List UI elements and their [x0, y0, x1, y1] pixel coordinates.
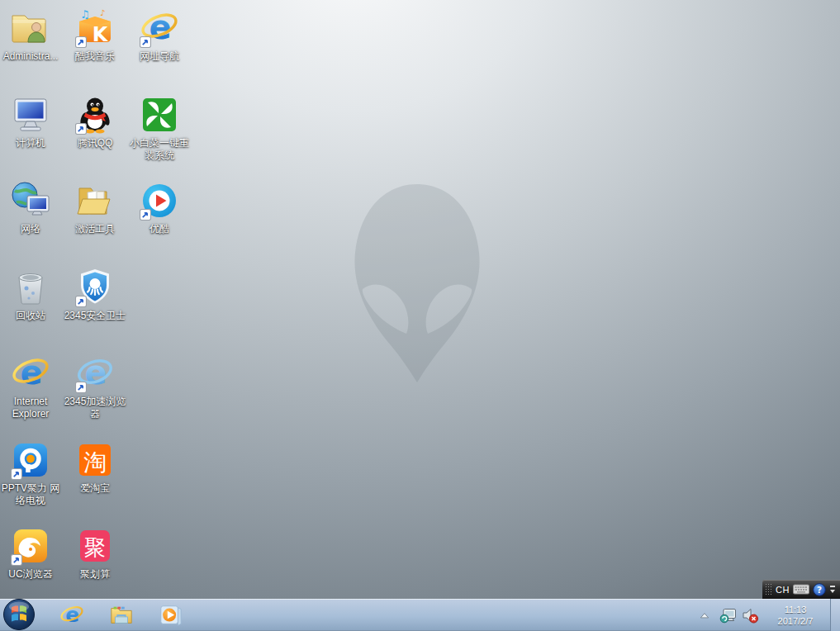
taskbar-button-windows-media-player[interactable] [146, 599, 196, 631]
desktop-icon-label: Internet Explorer [0, 396, 63, 420]
language-bar-grip-handle[interactable] [765, 583, 772, 596]
svg-text:♪: ♪ [100, 8, 105, 17]
tray-clock[interactable]: 11:13 2017/2/7 [765, 604, 826, 627]
desktop-icon-label: 计算机 [0, 137, 63, 149]
show-hidden-icons-button[interactable] [699, 610, 710, 620]
desktop: Administra...K♫♪酷我音乐e网址导航计算机腾讯QQ小白菜一键重装系… [0, 0, 840, 631]
desktop-icon-recycle-bin[interactable]: 回收站 [0, 268, 63, 322]
options-arrow-icon[interactable] [830, 590, 835, 593]
svg-text:♫: ♫ [80, 8, 90, 21]
desktop-icon-xiaobaicai-reinstall[interactable]: 小白菜一键重装系统 [127, 95, 192, 162]
taskbar-button-windows-explorer[interactable] [97, 599, 146, 631]
taskbar-button-internet-explorer[interactable]: e [47, 599, 97, 631]
desktop-icon-internet-explorer[interactable]: eInternet Explorer [0, 353, 63, 420]
desktop-icon-computer[interactable]: 计算机 [0, 95, 63, 149]
desktop-icon-label: 爱淘宝 [63, 482, 127, 495]
taskbar: e [0, 599, 840, 631]
clock-time: 11:13 [765, 604, 826, 615]
start-button[interactable] [2, 598, 36, 631]
desktop-icon-youku[interactable]: 优酷 [127, 181, 192, 235]
desktop-icon-uc-browser[interactable]: UC浏览器 [0, 526, 63, 581]
desktop-icon-label: 网址导航 [127, 50, 192, 63]
recycle-bin-icon [11, 268, 50, 307]
ie-light-icon: e [75, 353, 115, 393]
computer-monitor-icon [11, 95, 50, 135]
language-indicator[interactable]: CH [776, 585, 790, 595]
desktop-icon-pptv[interactable]: PPTV聚力 网络电视 [0, 440, 63, 507]
desktop-icon-label: 优酷 [127, 223, 192, 235]
kuwo-music-icon: K♫♪ [75, 8, 115, 48]
desktop-icon-label: 酷我音乐 [63, 50, 127, 63]
clock-date: 2017/2/7 [765, 615, 826, 627]
desktop-icon-label: 聚划算 [63, 568, 127, 581]
shortcut-arrow-icon [140, 36, 151, 48]
minimize-icon[interactable] [830, 586, 835, 587]
shortcut-arrow-icon [140, 209, 151, 221]
desktop-icon-2345-browser[interactable]: e2345加速浏览器 [63, 353, 127, 420]
qq-penguin-icon [75, 95, 115, 135]
network-status-icon[interactable] [719, 606, 738, 624]
desktop-icon-label: 网络 [0, 223, 63, 235]
taobao-icon: 淘 [75, 440, 115, 480]
desktop-icon-label: 小白菜一键重装系统 [127, 137, 192, 162]
desktop-icon-grid: Administra...K♫♪酷我音乐e网址导航计算机腾讯QQ小白菜一键重装系… [0, 0, 231, 595]
youku-play-icon [140, 181, 179, 221]
folder-open-icon [75, 181, 115, 221]
desktop-icon-administrator[interactable]: Administra... [0, 8, 63, 63]
desktop-icon-label: 回收站 [0, 310, 63, 322]
svg-text:e: e [84, 353, 107, 391]
desktop-icon-label: UC浏览器 [0, 568, 63, 581]
uc-squirrel-icon [11, 526, 50, 566]
shortcut-arrow-icon [75, 123, 87, 135]
show-desktop-button[interactable] [831, 599, 840, 631]
pptv-icon [11, 440, 50, 480]
shortcut-arrow-icon [75, 382, 87, 393]
ie-classic-icon: e [11, 353, 50, 393]
desktop-icon-web-navigation[interactable]: e网址导航 [127, 8, 192, 63]
network-globe-icon [11, 181, 50, 221]
shortcut-arrow-icon [11, 468, 22, 480]
language-bar[interactable]: CH ? [762, 580, 840, 599]
shortcut-arrow-icon [75, 296, 87, 307]
user-folder-icon [11, 8, 50, 48]
volume-muted-icon[interactable] [741, 606, 759, 624]
language-bar-options[interactable] [828, 586, 838, 593]
svg-text:K: K [93, 23, 109, 46]
desktop-icon-aitaobao[interactable]: 淘爱淘宝 [63, 440, 127, 495]
desktop-icon-network[interactable]: 网络 [0, 181, 63, 235]
juhuasuan-icon: 聚 [75, 526, 115, 566]
shortcut-arrow-icon [11, 554, 22, 566]
desktop-icon-label: Administra... [0, 50, 63, 63]
svg-text:?: ? [817, 585, 822, 595]
desktop-icon-tencent-qq[interactable]: 腾讯QQ [63, 95, 127, 149]
keyboard-icon[interactable] [793, 584, 809, 595]
system-tray: 11:13 2017/2/7 [699, 599, 840, 631]
desktop-icon-activation-tools[interactable]: 激活工具 [63, 181, 127, 235]
shortcut-arrow-icon [75, 36, 87, 48]
help-icon[interactable]: ? [813, 583, 826, 596]
desktop-icon-label: 2345加速浏览器 [63, 396, 127, 420]
desktop-icon-label: PPTV聚力 网络电视 [0, 482, 63, 507]
alienware-logo-watermark [351, 183, 483, 383]
blue-shield-icon [75, 268, 115, 307]
desktop-icon-label: 2345安全卫士 [63, 310, 127, 322]
desktop-icon-juhuasuan[interactable]: 聚聚划算 [63, 526, 127, 581]
desktop-icon-2345-security[interactable]: 2345安全卫士 [63, 268, 127, 322]
taskbar-pinned-icons: e [47, 599, 196, 631]
desktop-icon-label: 腾讯QQ [63, 137, 127, 149]
desktop-icon-label: 激活工具 [63, 223, 127, 235]
svg-text:淘: 淘 [83, 448, 107, 476]
desktop-icon-kuwo-music[interactable]: K♫♪酷我音乐 [63, 8, 127, 63]
green-pinwheel-icon [140, 95, 179, 135]
ie-classic-icon: e [140, 8, 179, 48]
svg-text:聚: 聚 [84, 535, 106, 560]
